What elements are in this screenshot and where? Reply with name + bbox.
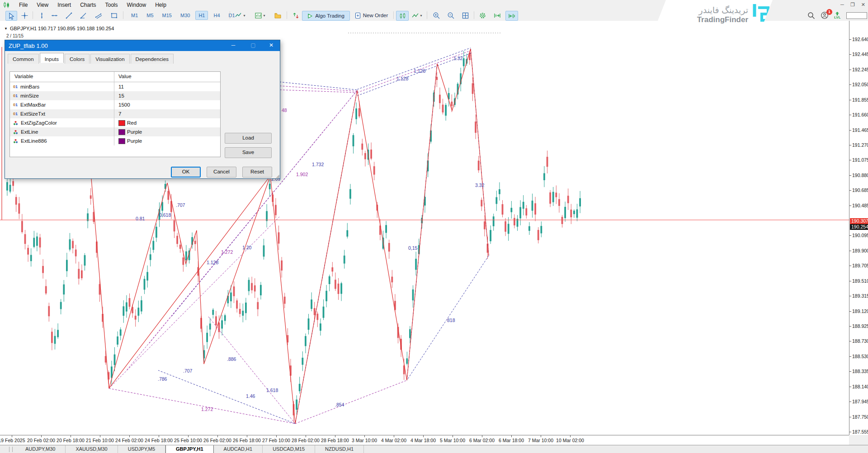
minimize-button[interactable]: ─ <box>840 0 844 9</box>
integer-type-icon: 01 <box>13 103 18 107</box>
line-chart-button[interactable]: ▾ <box>410 11 424 20</box>
trendline-tool-button[interactable] <box>63 11 74 20</box>
template-button[interactable]: ▾ <box>252 11 268 20</box>
chart-tab-audjpy-m30[interactable]: AUDJPY,M30 <box>15 445 66 453</box>
chart-tab-usdjpy-m5[interactable]: USDJPY,M5 <box>118 445 165 453</box>
time-label: 24 Feb 18:00 <box>145 438 173 443</box>
zoom-in-button[interactable] <box>430 11 442 20</box>
notifications-icon[interactable]: 1 <box>821 11 829 19</box>
chart-tab-gbpjpy-h1[interactable]: GBPJPY,H1 <box>165 445 214 453</box>
dialog-close-button[interactable]: ✕ <box>265 40 277 51</box>
chart-type-dropdown-icon[interactable]: ▾ <box>420 14 422 18</box>
chart-tab-xauusd-m30[interactable]: XAUUSD,M30 <box>66 445 118 453</box>
price-tick <box>849 281 851 281</box>
load-button[interactable]: Load <box>225 133 272 144</box>
depth-of-market-button[interactable] <box>290 11 301 20</box>
param-value-cell[interactable]: 1500 <box>114 100 220 109</box>
new-order-button[interactable]: New Order <box>353 11 391 20</box>
indicators-dropdown-icon[interactable]: ▾ <box>243 14 245 18</box>
price-axis[interactable]: 190.307 190.254 192.640192.445192.245192… <box>849 21 868 435</box>
horizontal-line-tool-button[interactable] <box>49 11 60 20</box>
zoom-out-button[interactable] <box>445 11 457 20</box>
chart-tab-usdcad-m15[interactable]: USDCAD,M15 <box>263 445 315 453</box>
timeframe-h1[interactable]: H1 <box>195 11 208 20</box>
param-value-cell[interactable]: Purple <box>114 127 220 136</box>
candlestick-chart-button[interactable] <box>396 11 409 21</box>
time-tick <box>217 435 218 437</box>
chart-tab-audcad-h1[interactable]: AUDCAD,H1 <box>214 445 263 453</box>
param-row-minBars[interactable]: 01minBars11 <box>10 82 220 91</box>
dialog-tab-dependencies[interactable]: Dependencies <box>131 54 174 64</box>
dialog-resize-grip[interactable]: ◢ <box>276 173 279 178</box>
menu-view[interactable]: View <box>32 2 53 8</box>
tile-windows-button[interactable] <box>459 11 471 20</box>
dialog-tab-colors[interactable]: Colors <box>65 54 90 64</box>
time-tick <box>394 435 394 437</box>
algo-trading-button[interactable]: Algo Trading <box>302 11 350 21</box>
menu-file[interactable]: File <box>14 2 32 8</box>
angle-trend-tool-button[interactable] <box>78 11 89 20</box>
param-row-minSize[interactable]: 01minSize15 <box>10 91 220 100</box>
menu-insert[interactable]: Insert <box>53 2 75 8</box>
reset-button[interactable]: Reset <box>242 167 272 177</box>
param-name: ExtSizeTxt <box>20 111 45 117</box>
menu-tools[interactable]: Tools <box>101 2 123 8</box>
param-value-cell[interactable]: Purple <box>114 136 220 145</box>
fib-label: 0.618 <box>159 212 171 218</box>
template-dropdown-icon[interactable]: ▾ <box>263 14 265 18</box>
timeframe-h4[interactable]: H4 <box>210 11 223 20</box>
shift-end-button[interactable] <box>505 11 518 21</box>
profiles-folder-button[interactable] <box>272 11 283 20</box>
param-row-ExtLine886[interactable]: ExtLine886Purple <box>10 136 220 145</box>
vertical-line-tool-button[interactable] <box>36 11 47 20</box>
timeframe-m15[interactable]: M15 <box>159 11 175 20</box>
auto-trading-settings-icon[interactable] <box>476 11 488 20</box>
dialog-title-bar[interactable]: ZUP_tflab 1.00 ─ ▢ ✕ <box>5 40 280 51</box>
param-row-ExtLine[interactable]: ExtLinePurple <box>10 127 220 136</box>
notification-badge: 1 <box>826 9 832 15</box>
price-label: 191.660 <box>852 112 868 117</box>
crosshair-tool-button[interactable] <box>19 11 30 20</box>
indicators-button[interactable]: ▾ <box>233 11 247 20</box>
cursor-tool-button[interactable] <box>5 11 17 21</box>
timeframe-m30[interactable]: M30 <box>177 11 193 20</box>
param-value-cell[interactable]: Red <box>114 118 220 127</box>
save-button[interactable]: Save <box>225 147 272 158</box>
time-label: 26 Feb 18:00 <box>233 438 261 443</box>
dialog-tab-inputs[interactable]: Inputs <box>40 53 64 63</box>
close-button[interactable]: ✕ <box>861 0 865 9</box>
symbol-collapse-icon[interactable]: ▼ <box>4 27 8 31</box>
menu-charts[interactable]: Charts <box>75 2 100 8</box>
restore-button[interactable]: ❐ <box>850 0 855 9</box>
param-row-ExtMaxBar[interactable]: 01ExtMaxBar1500 <box>10 100 220 109</box>
param-row-ExtZigZagColor[interactable]: ExtZigZagColorRed <box>10 118 220 127</box>
chart-tab-nzdusd-h1[interactable]: NZDUSD,H1 <box>315 445 364 453</box>
shift-chart-right-button[interactable] <box>491 11 503 20</box>
integer-type-icon: 01 <box>13 84 18 89</box>
dialog-tab-visualization[interactable]: Visualization <box>90 54 129 64</box>
fib-label: 1.618 <box>266 388 278 393</box>
param-row-ExtSizeTxt[interactable]: 01ExtSizeTxt7 <box>10 109 220 118</box>
equidistant-channel-tool-button[interactable] <box>93 11 104 20</box>
time-axis[interactable]: 19 Feb 202520 Feb 02:0020 Feb 18:0021 Fe… <box>0 435 849 445</box>
time-tick <box>12 435 12 437</box>
cancel-button[interactable]: Cancel <box>207 167 236 177</box>
time-tick <box>511 435 512 437</box>
column-variable: Variable <box>10 72 114 82</box>
shapes-tool-button[interactable] <box>108 11 119 20</box>
menu-help[interactable]: Help <box>151 2 171 8</box>
price-label: 187.945 <box>852 399 868 404</box>
search-icon[interactable] <box>807 12 815 19</box>
level-indicator[interactable]: LVL <box>834 11 841 19</box>
param-value-cell[interactable]: 7 <box>114 109 220 118</box>
dialog-restore-button[interactable]: ▢ <box>247 40 259 51</box>
param-value-cell[interactable]: 11 <box>114 82 220 91</box>
timeframe-m1[interactable]: M1 <box>128 11 141 20</box>
timeframe-m5[interactable]: M5 <box>143 11 156 20</box>
ok-button[interactable]: OK <box>171 167 201 177</box>
menu-window[interactable]: Window <box>123 2 151 8</box>
time-tick <box>276 435 277 437</box>
param-value-cell[interactable]: 15 <box>114 91 220 100</box>
dialog-tab-common[interactable]: Common <box>8 54 39 64</box>
dialog-minimize-button[interactable]: ─ <box>227 40 239 51</box>
